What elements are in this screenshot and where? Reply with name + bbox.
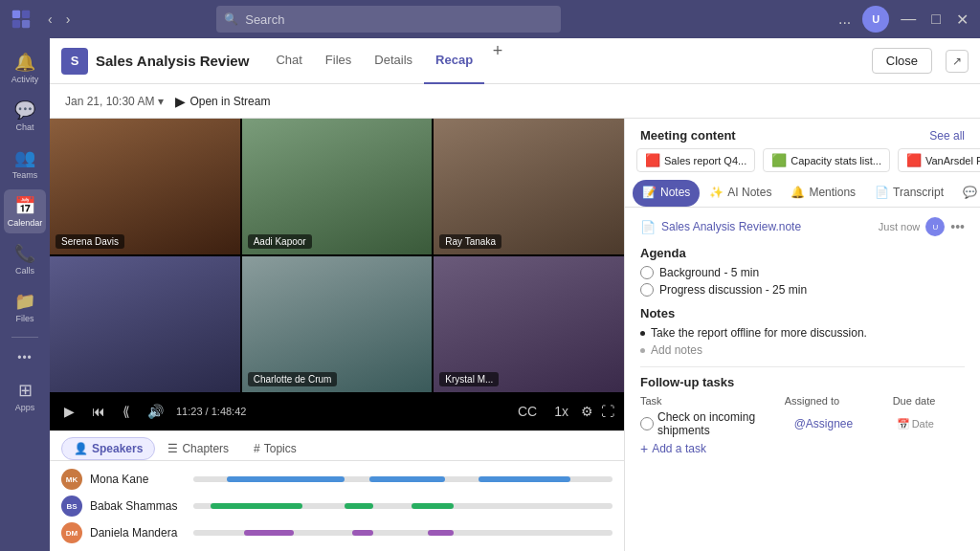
- follow-up-title: Follow-up tasks: [640, 375, 965, 389]
- tab-chapters[interactable]: ☰ Chapters: [155, 437, 241, 460]
- topics-icon: #: [254, 442, 260, 455]
- note-file-header: 📄 Sales Analysis Review.note Just now U …: [640, 217, 965, 236]
- add-notes-label[interactable]: Add notes: [651, 343, 702, 357]
- volume-button[interactable]: 🔊: [143, 401, 168, 422]
- notes-tab-mentions[interactable]: 🔔 Mentions: [781, 180, 865, 207]
- tab-details[interactable]: Details: [363, 38, 424, 84]
- tab-topics[interactable]: # Topics: [241, 437, 309, 460]
- speed-button[interactable]: 1x: [549, 401, 573, 422]
- participant-name-6: Krystal M...: [439, 372, 499, 386]
- open-stream-button[interactable]: ▶ Open in Stream: [175, 94, 270, 109]
- file-pill-1[interactable]: 🟩 Capacity stats list...: [763, 148, 890, 172]
- fullscreen-button[interactable]: ⛶: [601, 404, 614, 419]
- note-user-avatar: U: [925, 217, 945, 236]
- sidebar-item-apps[interactable]: ⊞ Apps: [4, 374, 46, 418]
- plus-icon: +: [640, 441, 648, 456]
- note-file-link[interactable]: Sales Analysis Review.note: [661, 220, 801, 233]
- note-more-button[interactable]: •••: [950, 219, 965, 234]
- transcript-tab-label: Transcript: [893, 186, 944, 199]
- channel-header: S Sales Analysis Review Chat Files Detai…: [50, 38, 980, 84]
- speaker-item-2: DM Daniela Mandera: [61, 520, 612, 545]
- sidebar-item-files[interactable]: 📁 Files: [4, 285, 46, 329]
- add-notes-item[interactable]: Add notes: [640, 343, 965, 357]
- file-pill-0[interactable]: 🟥 Sales report Q4...: [636, 148, 755, 172]
- apps-icon: ⊞: [18, 380, 33, 401]
- forward-button[interactable]: ›: [60, 8, 77, 31]
- task-checkbox-0[interactable]: [640, 417, 654, 430]
- see-all-button[interactable]: See all: [929, 129, 965, 143]
- xls-icon-1: 🟩: [771, 153, 787, 167]
- due-col-label: Due date: [893, 395, 965, 407]
- sidebar-item-more[interactable]: •••: [4, 345, 46, 370]
- task-row-0: Check on incoming shipments @Assignee 📅 …: [640, 410, 965, 437]
- notes-tab-transcript[interactable]: 📄 Transcript: [865, 180, 953, 207]
- sidebar-item-calls[interactable]: 📞 Calls: [4, 237, 46, 281]
- file-pill-2[interactable]: 🟥 VanArsdel Pitch De...: [898, 148, 980, 172]
- video-bg-4: [50, 256, 240, 392]
- skip-back-button[interactable]: ⟪: [118, 401, 135, 422]
- playback-time: 11:23 / 1:48:42: [176, 406, 246, 417]
- maximize-button[interactable]: □: [927, 7, 945, 32]
- share-icon[interactable]: ↗: [946, 50, 969, 73]
- speaker-name-0: Mona Kane: [90, 473, 186, 486]
- bar-segment: [352, 530, 373, 536]
- rewind-button[interactable]: ⏮: [87, 401, 110, 422]
- top-bar-right: ... U — □ ✕: [835, 6, 972, 33]
- sidebar-item-chat[interactable]: 💬 Chat: [4, 94, 46, 138]
- video-cell-4: [50, 256, 240, 392]
- nav-buttons: ‹ ›: [42, 8, 76, 31]
- sidebar-item-teams[interactable]: 👥 Teams: [4, 142, 46, 186]
- tab-speakers[interactable]: 👤 Speakers: [61, 437, 155, 460]
- play-button[interactable]: ▶: [59, 401, 79, 422]
- add-task-row[interactable]: + Add a task: [640, 441, 965, 456]
- minimize-button[interactable]: —: [897, 7, 920, 32]
- mentions-icon: 🔔: [791, 186, 805, 199]
- more-icon: •••: [17, 351, 33, 364]
- notes-tab-chat[interactable]: 💬 Chat: [953, 180, 980, 207]
- chat-tab-icon: 💬: [963, 186, 977, 199]
- file-name-2: VanArsdel Pitch De...: [925, 155, 980, 166]
- agenda-text-1: Progress discussion - 25 min: [659, 283, 807, 297]
- window-close-button[interactable]: ✕: [952, 7, 972, 33]
- app-logo: [8, 6, 34, 33]
- close-button[interactable]: Close: [872, 48, 932, 74]
- sidebar-label-teams: Teams: [12, 170, 38, 180]
- task-assignee-0[interactable]: @Assignee: [794, 417, 897, 430]
- notes-tab-ai[interactable]: ✨ AI Notes: [700, 180, 781, 207]
- main-layout: 🔔 Activity 💬 Chat 👥 Teams 📅 Calendar 📞 C…: [0, 38, 980, 551]
- stream-icon: ▶: [175, 94, 186, 109]
- agenda-circle-0: [640, 266, 654, 279]
- ppt-icon-2: 🟥: [906, 153, 922, 167]
- more-options-button[interactable]: ...: [835, 7, 855, 32]
- calls-icon: 📞: [14, 243, 35, 264]
- speaker-name-1: Babak Shammas: [90, 499, 186, 513]
- notes-tab-notes[interactable]: 📝 Notes: [633, 180, 700, 207]
- task-due-0[interactable]: 📅 Date: [897, 418, 965, 430]
- tab-files[interactable]: Files: [314, 38, 363, 84]
- bar-segment: [211, 503, 302, 509]
- tab-chat[interactable]: Chat: [264, 38, 313, 84]
- tab-recap[interactable]: Recap: [424, 38, 484, 84]
- bullet-item-0: Take the report offline for more discuss…: [640, 326, 965, 340]
- cc-button[interactable]: CC: [513, 401, 542, 422]
- sidebar-item-activity[interactable]: 🔔 Activity: [4, 46, 46, 90]
- ppt-icon-0: 🟥: [645, 153, 660, 167]
- video-notes: Serena Davis Aadi Kapoor Ray Tanaka: [50, 119, 980, 551]
- speakers-tab-label: Speakers: [92, 442, 143, 455]
- search-bar-container: 🔍: [216, 6, 561, 33]
- video-settings-button[interactable]: ⚙: [581, 404, 593, 419]
- bullet-dot-0: [640, 331, 645, 336]
- chapters-icon: ☰: [167, 442, 178, 455]
- user-avatar[interactable]: U: [862, 6, 889, 33]
- svg-rect-3: [22, 20, 30, 28]
- sidebar-item-calendar[interactable]: 📅 Calendar: [4, 189, 46, 233]
- sidebar-label-apps: Apps: [15, 403, 35, 412]
- search-input[interactable]: [216, 6, 561, 33]
- back-button[interactable]: ‹: [42, 8, 58, 31]
- speakers-icon: 👤: [74, 442, 88, 455]
- date-selector[interactable]: Jan 21, 10:30 AM ▾: [65, 95, 164, 108]
- follow-up-columns: Task Assigned to Due date: [640, 395, 965, 407]
- add-tab-button[interactable]: +: [484, 38, 511, 65]
- chevron-down-icon: ▾: [158, 95, 164, 108]
- files-icon: 📁: [14, 291, 35, 312]
